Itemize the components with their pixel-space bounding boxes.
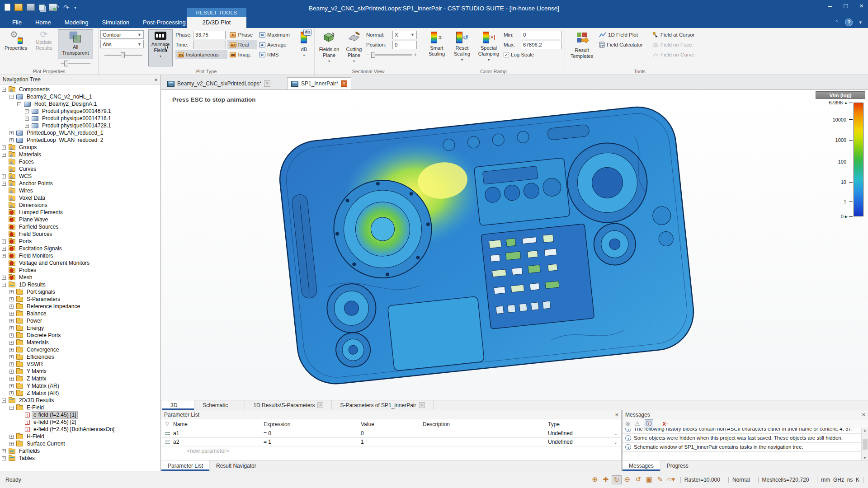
tree-expander[interactable]: + (9, 341, 14, 345)
document-tab[interactable]: SP1_innerPair* × (287, 77, 351, 89)
tree-item[interactable]: + Z Matrix (AR) (0, 389, 160, 397)
tree-expander[interactable]: + (9, 297, 14, 301)
time-input[interactable] (193, 41, 226, 49)
close-icon[interactable]: × (615, 411, 618, 418)
parameter-type[interactable]: Undefined⌄ (548, 430, 621, 436)
tree-expander[interactable]: + (25, 117, 29, 121)
3d-viewport[interactable]: Press ESC to stop animation (161, 90, 868, 400)
tree-item[interactable]: + Port signals (0, 288, 160, 296)
tree-item[interactable]: + Field Monitors (0, 252, 160, 259)
tree-expander[interactable]: + (2, 254, 6, 258)
tree-expander[interactable]: + (9, 370, 14, 374)
tree-expander[interactable]: + (2, 449, 6, 453)
scroll-up-icon[interactable]: ▲ (863, 428, 867, 432)
menu-item[interactable]: Modeling (58, 17, 95, 28)
tree-expander[interactable]: + (9, 348, 14, 352)
tree-expander[interactable]: + (9, 384, 14, 388)
special-clamping-button[interactable]: ✕ Special Clamping ▾ (475, 29, 503, 66)
tree-item[interactable]: + Produit physique00014679.1 (0, 108, 160, 115)
update-results-button[interactable]: ⟳ Update Results (30, 29, 58, 66)
instantaneous-button[interactable]: (t) Instantaneous (175, 50, 227, 59)
ribbon-tab-2d3d-plot[interactable]: 2D/3D Plot (187, 17, 246, 28)
filter-warnings-icon[interactable]: ⚠ (635, 420, 640, 428)
tree-item[interactable]: − Root_Beamy2_DesignA.1 (0, 100, 160, 108)
tree-expander[interactable]: + (9, 362, 14, 366)
imaginary-button[interactable]: ImImag. (227, 50, 256, 59)
spin-icon[interactable]: ↺ (633, 475, 643, 484)
tree-expander[interactable]: + (9, 138, 14, 142)
tree-expander[interactable]: + (2, 456, 6, 460)
help-icon[interactable]: ? (845, 19, 853, 26)
menu-item[interactable]: Home (28, 17, 58, 28)
parameter-expression[interactable]: = 1 (264, 439, 361, 445)
parameter-row[interactable]: a2 = 1 1 Undefined⌄ (161, 438, 621, 446)
tree-item[interactable]: Plane Wave (0, 216, 160, 223)
status-units[interactable]: mm GHz ns K (817, 477, 863, 483)
column-header-description[interactable]: Description (423, 421, 548, 427)
field-at-cursor-button[interactable]: Field at Cursor (650, 30, 708, 39)
tree-item[interactable]: − E-Field (0, 404, 160, 411)
db-button[interactable]: dB dB ▾ (296, 29, 312, 66)
log-scale-checkbox[interactable]: ✓Log Scale (504, 50, 561, 59)
tree-expander[interactable]: + (2, 182, 6, 186)
reset-scaling-button[interactable]: ↺ Reset Scaling ▾ (449, 29, 475, 66)
properties-button[interactable]: ⚙ Properties (2, 29, 30, 66)
view-tab[interactable]: 3D (162, 400, 194, 410)
smart-scaling-button[interactable]: ⇕ Smart Scaling (424, 29, 449, 66)
tree-item[interactable]: + Convergence (0, 346, 160, 353)
close-tab-icon[interactable]: × (419, 402, 425, 408)
max-input[interactable]: 67896.2 (521, 41, 561, 49)
view-tab[interactable]: Schematic (194, 400, 245, 410)
tree-expander[interactable]: + (2, 145, 6, 150)
tree-expander[interactable]: − (2, 88, 6, 92)
tree-item[interactable]: + Y Matrix (0, 368, 160, 375)
chevron-down-icon[interactable]: ⌄ (614, 431, 618, 436)
tree-item[interactable]: Wires (0, 187, 160, 194)
collapse-ribbon-icon[interactable]: ⌃ (835, 19, 839, 25)
tree-expander[interactable]: + (2, 276, 6, 280)
1d-field-plot-button[interactable]: 1D Field Plot (597, 30, 650, 39)
tree-expander[interactable]: − (2, 283, 6, 287)
position-slider[interactable] (371, 52, 412, 58)
parameter-type[interactable]: Undefined⌄ (548, 439, 621, 445)
tree-item[interactable]: + S-Parameters (0, 296, 160, 303)
transparency-slider[interactable] (61, 60, 90, 66)
field-calculator-button[interactable]: Field Calculator (597, 40, 650, 49)
document-tab[interactable]: Beamy_v2_CNC_sixPrintedLoops* × (163, 77, 274, 89)
tree-item[interactable]: + Produit physique00014728.1 (0, 122, 160, 129)
view-tab[interactable]: S-Parameters of SP1_innerPair × (332, 400, 433, 410)
edit-view-icon[interactable]: ✎ (655, 475, 665, 484)
zoom-out-icon[interactable]: ⊖ (623, 475, 632, 484)
tree-item[interactable]: − 1D Results (0, 281, 160, 288)
tree-expander[interactable]: + (2, 247, 6, 251)
tree-item[interactable]: Lumped Elements (0, 209, 160, 216)
tree-item[interactable]: + Energy (0, 324, 160, 332)
panel-tab[interactable]: Parameter List (161, 460, 210, 471)
tree-item[interactable]: Farfield Sources (0, 223, 160, 230)
rms-button[interactable]: RRMS (257, 50, 296, 59)
panel-tab[interactable]: Result Navigator (210, 460, 263, 471)
legend-title[interactable]: V/m (log) (816, 91, 865, 99)
tree-item[interactable]: Voxel Data (0, 194, 160, 202)
scroll-down-icon[interactable]: ▼ (863, 456, 867, 460)
tree-item[interactable]: e-field (f=2.45) [BothAntennasOn] (0, 426, 160, 433)
tree-item[interactable]: + PrintedLoop_WLAN_reduced_2 (0, 136, 160, 144)
tree-item[interactable]: + VSWR (0, 361, 160, 368)
plot-density-slider[interactable] (104, 52, 142, 58)
min-input[interactable]: 0 (521, 31, 561, 39)
average-button[interactable]: AAverage (257, 40, 296, 49)
tree-expander[interactable]: + (9, 355, 14, 359)
scrollbar-thumb[interactable] (863, 439, 868, 450)
tree-expander[interactable]: − (9, 95, 14, 99)
tree-item[interactable]: + Tables (0, 455, 160, 462)
tree-item[interactable]: + Power (0, 317, 160, 324)
tree-item[interactable]: + Mesh (0, 274, 160, 281)
view-tab[interactable]: 1D Results\S-Parameters × (245, 400, 332, 410)
tree-item[interactable]: + Ports (0, 238, 160, 245)
tree-item[interactable]: + PrintedLoop_WLAN_reduced_1 (0, 129, 160, 136)
tree-expander[interactable]: + (9, 305, 14, 309)
tree-item[interactable]: + Farfields (0, 447, 160, 455)
tree-item[interactable]: + Discrete Ports (0, 332, 160, 339)
tree-expander[interactable]: + (2, 239, 6, 244)
tree-expander[interactable]: − (9, 406, 14, 410)
